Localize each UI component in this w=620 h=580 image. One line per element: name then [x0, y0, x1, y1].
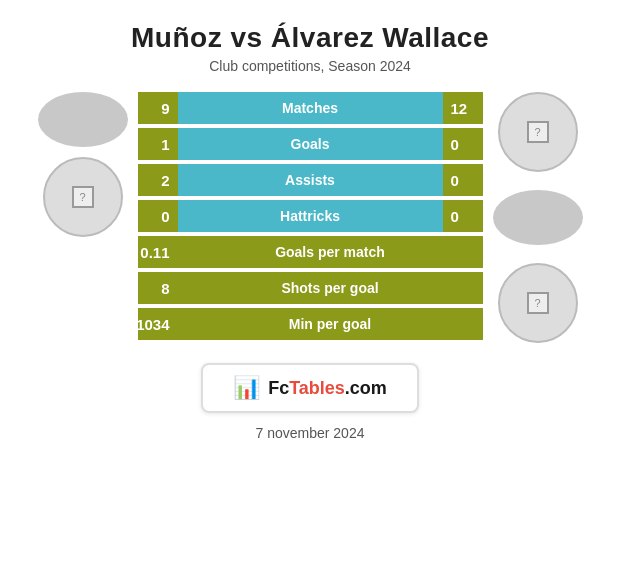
- stat-row: 0 Hattricks 0: [138, 200, 483, 232]
- stat-val-left: 9: [138, 92, 178, 124]
- stat-row: 9 Matches 12: [138, 92, 483, 124]
- header: Muñoz vs Álvarez Wallace Club competitio…: [0, 0, 620, 82]
- stat-row: 1 Goals 0: [138, 128, 483, 160]
- subtitle: Club competitions, Season 2024: [20, 58, 600, 74]
- logo-box: 📊 FcTables.com: [201, 363, 419, 413]
- right-avatar-top-placeholder: ?: [527, 121, 549, 143]
- stat-val-left: 0.11: [138, 236, 178, 268]
- stat-row: 1034 Min per goal: [138, 308, 483, 340]
- left-avatars: ?: [38, 92, 128, 237]
- stat-val-left: 1034: [138, 308, 178, 340]
- logo-icon: 📊: [233, 375, 260, 401]
- left-avatar-placeholder: ?: [72, 186, 94, 208]
- stat-val-left: 8: [138, 272, 178, 304]
- logo-text: FcTables.com: [268, 378, 387, 399]
- right-avatar-bottom-placeholder: ?: [527, 292, 549, 314]
- logo-area[interactable]: 📊 FcTables.com: [201, 363, 419, 413]
- stat-label: Matches: [178, 92, 443, 124]
- stat-label: Min per goal: [178, 308, 483, 340]
- stat-label: Goals: [178, 128, 443, 160]
- stat-val-left: 1: [138, 128, 178, 160]
- stat-val-right: 0: [443, 128, 483, 160]
- stats-table: 9 Matches 12 1 Goals 0 2 Assists 0 0 Hat…: [138, 92, 483, 340]
- right-player-avatar-bottom: ?: [498, 263, 578, 343]
- stat-label: Goals per match: [178, 236, 483, 268]
- stat-row: 8 Shots per goal: [138, 272, 483, 304]
- main-content: ? 9 Matches 12 1 Goals 0 2 Assists 0 0 H…: [0, 82, 620, 343]
- stat-val-left: 2: [138, 164, 178, 196]
- left-player-oval: [38, 92, 128, 147]
- footer-date: 7 november 2024: [256, 425, 365, 441]
- right-player-oval: [493, 190, 583, 245]
- stat-val-left: 0: [138, 200, 178, 232]
- stat-val-right: 12: [443, 92, 483, 124]
- stat-label: Shots per goal: [178, 272, 483, 304]
- stat-val-right: 0: [443, 200, 483, 232]
- page-wrapper: Muñoz vs Álvarez Wallace Club competitio…: [0, 0, 620, 580]
- stat-label: Hattricks: [178, 200, 443, 232]
- right-player-avatar-top: ?: [498, 92, 578, 172]
- page-title: Muñoz vs Álvarez Wallace: [20, 22, 600, 54]
- stat-row: 0.11 Goals per match: [138, 236, 483, 268]
- stat-row: 2 Assists 0: [138, 164, 483, 196]
- stat-val-right: 0: [443, 164, 483, 196]
- left-player-avatar: ?: [43, 157, 123, 237]
- right-avatars: ? ?: [493, 92, 583, 343]
- stat-label: Assists: [178, 164, 443, 196]
